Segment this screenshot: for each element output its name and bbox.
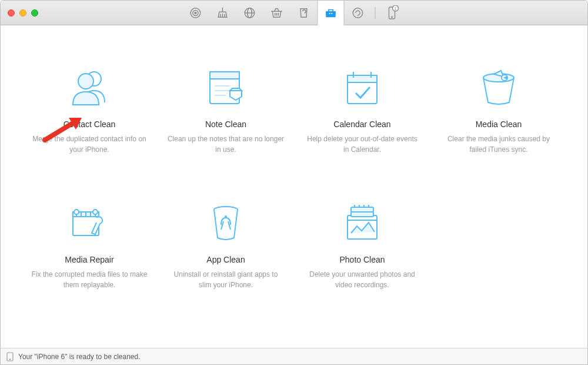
tab-updates[interactable] [345, 1, 372, 25]
media-repair-icon [68, 202, 111, 244]
tab-toolbox[interactable] [318, 1, 345, 25]
window-minimize-button[interactable] [19, 9, 26, 16]
card-photo-clean[interactable]: Photo Clean Delete your unwanted photos … [297, 202, 427, 290]
tab-internet[interactable] [236, 1, 263, 25]
recycle-icon [298, 6, 310, 19]
window-close-button[interactable] [8, 9, 15, 16]
refresh-badge-icon [352, 6, 365, 19]
media-bucket-icon [477, 67, 520, 109]
svg-point-26 [225, 215, 227, 218]
contacts-icon [66, 67, 113, 109]
card-desc: Delete your unwanted photos and video re… [303, 269, 421, 290]
basket-icon [270, 6, 283, 19]
card-media-repair[interactable]: Media Repair Fix the corrupted media fil… [24, 202, 155, 290]
toolbox-icon [325, 6, 338, 19]
card-desc: Uninstall or reinstall giant apps to sli… [167, 269, 285, 290]
card-title: Calendar Clean [333, 120, 390, 129]
svg-point-11 [392, 16, 393, 18]
window-controls [1, 9, 38, 16]
globe-icon [243, 6, 256, 19]
status-bar: Your "iPhone 6" is ready to be cleaned. [1, 348, 587, 364]
card-media-clean[interactable]: Media Clean Clear the media junks caused… [433, 67, 564, 155]
toolbar-tabs: 1 [182, 1, 406, 25]
window-maximize-button[interactable] [31, 9, 38, 16]
app-window: 1 Contact Clean Me [0, 0, 588, 365]
card-title: Note Clean [205, 120, 246, 129]
phone-icon: 1 [386, 5, 400, 21]
phone-small-icon [6, 352, 14, 361]
tab-clean[interactable] [209, 1, 236, 25]
toolbar-separator [375, 7, 376, 19]
svg-rect-16 [210, 72, 239, 79]
card-desc: Fix the corrupted media files to make th… [31, 269, 148, 290]
card-contact-clean[interactable]: Contact Clean Merge the duplicated conta… [24, 67, 155, 155]
svg-point-14 [78, 74, 93, 89]
broom-icon [216, 6, 229, 19]
card-desc: Clear the media junks caused by failed i… [440, 134, 557, 155]
tab-recycle[interactable] [290, 1, 318, 25]
card-desc: Clean up the notes that are no longer in… [167, 134, 285, 155]
tab-device[interactable]: 1 [379, 1, 406, 25]
note-icon [205, 67, 246, 109]
card-title: Media Repair [65, 255, 113, 264]
card-title: Contact Clean [64, 120, 116, 129]
photo-clean-icon [343, 202, 382, 244]
svg-point-30 [9, 359, 10, 359]
titlebar: 1 [1, 1, 587, 25]
svg-point-2 [195, 12, 196, 14]
app-clean-icon [208, 202, 243, 244]
svg-point-24 [93, 210, 98, 214]
tools-grid: Contact Clean Merge the duplicated conta… [24, 67, 564, 290]
card-title: Media Clean [476, 120, 522, 129]
svg-rect-6 [326, 11, 336, 14]
svg-point-9 [353, 8, 363, 18]
svg-rect-27 [348, 215, 377, 239]
tab-speed[interactable] [182, 1, 209, 25]
card-note-clean[interactable]: Note Clean Clean up the notes that are n… [161, 67, 291, 155]
target-icon [189, 6, 202, 19]
svg-rect-7 [329, 13, 330, 14]
card-title: Photo Clean [339, 255, 385, 264]
card-desc: Merge the duplicated contact info on you… [31, 134, 148, 155]
main-content: Contact Clean Merge the duplicated conta… [1, 25, 587, 348]
device-badge-count: 1 [395, 6, 397, 11]
card-app-clean[interactable]: App Clean Uninstall or reinstall giant a… [161, 202, 291, 290]
card-desc: Help delete your out-of-date events in C… [303, 134, 421, 155]
svg-rect-18 [348, 75, 377, 82]
status-text: Your "iPhone 6" is ready to be cleaned. [18, 353, 141, 361]
svg-point-23 [74, 210, 79, 214]
calendar-icon [342, 67, 383, 109]
svg-rect-8 [331, 13, 332, 14]
tab-basket[interactable] [263, 1, 290, 25]
card-title: App Clean [206, 255, 245, 264]
card-calendar-clean[interactable]: Calendar Clean Help delete your out-of-d… [297, 67, 427, 155]
